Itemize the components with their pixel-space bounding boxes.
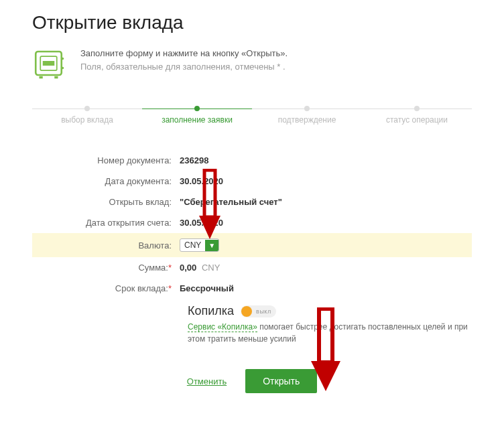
- svg-point-4: [62, 67, 64, 70]
- kopilka-block: Копилка выкл Сервис «Копилка» помогает б…: [188, 304, 472, 345]
- deposit-type-label: Открыть вклад:: [32, 197, 180, 207]
- toggle-label: выкл: [252, 308, 275, 315]
- row-doc-date: Дата документа: 30.05.2020: [32, 171, 472, 192]
- actions: Отменить Открыть: [32, 369, 472, 393]
- amount-currency: CNY: [202, 263, 220, 273]
- row-currency: Валюта: CNY ▼: [32, 233, 472, 257]
- doc-number-value: 236298: [180, 155, 208, 165]
- step-4[interactable]: статус операции: [362, 103, 472, 125]
- row-amount: Сумма:* 0,00 CNY: [32, 257, 472, 278]
- currency-value: CNY: [180, 239, 205, 251]
- dropdown-arrow-icon: ▼: [205, 240, 218, 251]
- open-date-label: Дата открытия счета:: [32, 218, 180, 228]
- row-doc-number: Номер документа: 236298: [32, 150, 472, 171]
- toggle-knob: [241, 306, 252, 317]
- row-term: Срок вклада:* Бессрочный: [32, 278, 472, 299]
- doc-date-label: Дата документа:: [32, 176, 180, 186]
- intro-line1: Заполните форму и нажмите на кнопку «Отк…: [80, 47, 288, 60]
- doc-number-label: Номер документа:: [32, 155, 180, 165]
- amount-value[interactable]: 0,00: [180, 263, 196, 273]
- kopilka-toggle[interactable]: выкл: [241, 305, 276, 317]
- intro-line2: Поля, обязательные для заполнения, отмеч…: [80, 60, 288, 74]
- amount-label: Сумма:*: [32, 263, 180, 273]
- term-value: Бессрочный: [180, 283, 234, 293]
- doc-date-value: 30.05.2020: [180, 176, 223, 186]
- step-3[interactable]: подтверждение: [252, 103, 362, 125]
- page-title: Открытие вклада: [32, 12, 472, 33]
- deposit-type-value: "Сберегательный счет": [180, 197, 282, 207]
- kopilka-title: Копилка: [188, 304, 234, 318]
- cancel-link[interactable]: Отменить: [187, 376, 227, 386]
- open-date-value: 30.05.2020: [180, 218, 223, 228]
- stepper: выбор вклада заполнение заявки подтвержд…: [32, 103, 472, 125]
- row-deposit-type: Открыть вклад: "Сберегательный счет": [32, 192, 472, 212]
- safe-icon: [32, 47, 70, 87]
- step-1[interactable]: выбор вклада: [32, 103, 142, 125]
- currency-select[interactable]: CNY ▼: [180, 238, 219, 252]
- svg-rect-5: [40, 76, 43, 79]
- svg-rect-2: [43, 61, 55, 66]
- intro-block: Заполните форму и нажмите на кнопку «Отк…: [32, 47, 472, 87]
- row-open-date: Дата открытия счета: 30.05.2020: [32, 212, 472, 233]
- term-label: Срок вклада:*: [32, 283, 180, 293]
- kopilka-link[interactable]: Сервис «Копилка»: [188, 322, 257, 332]
- svg-rect-6: [54, 76, 58, 79]
- currency-label: Валюта:: [32, 240, 180, 250]
- submit-button[interactable]: Открыть: [245, 369, 317, 393]
- kopilka-desc: Сервис «Копилка» помогает быстрее достиг…: [188, 321, 472, 345]
- step-2[interactable]: заполнение заявки: [142, 103, 252, 125]
- svg-point-3: [62, 58, 64, 60]
